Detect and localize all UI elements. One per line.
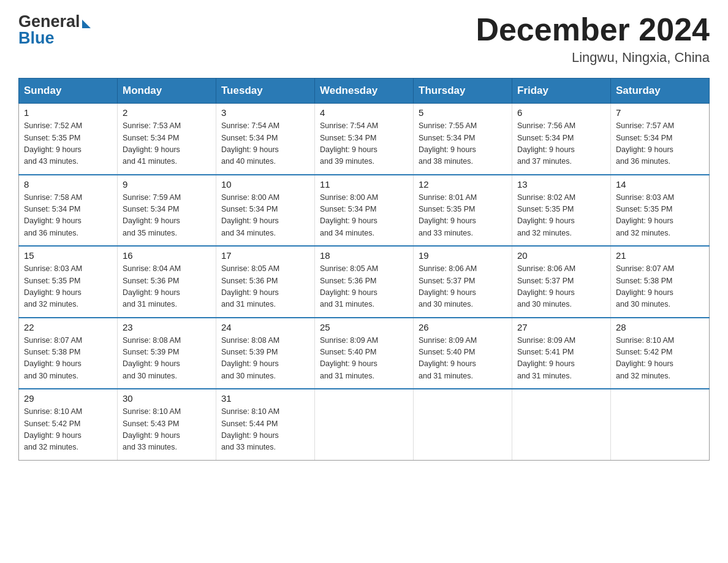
calendar-cell: 13 Sunrise: 8:02 AM Sunset: 5:35 PM Dayl… — [512, 175, 611, 247]
calendar-cell — [414, 389, 512, 460]
day-info: Sunrise: 7:54 AM Sunset: 5:34 PM Dayligh… — [320, 120, 408, 168]
day-number: 16 — [123, 250, 211, 261]
calendar-cell: 6 Sunrise: 7:56 AM Sunset: 5:34 PM Dayli… — [512, 104, 611, 175]
col-header-thursday: Thursday — [414, 79, 512, 104]
day-info: Sunrise: 8:00 AM Sunset: 5:34 PM Dayligh… — [221, 192, 309, 240]
calendar-cell: 17 Sunrise: 8:05 AM Sunset: 5:36 PM Dayl… — [216, 246, 315, 318]
calendar-cell: 24 Sunrise: 8:08 AM Sunset: 5:39 PM Dayl… — [216, 318, 315, 389]
day-number: 9 — [123, 179, 211, 190]
day-info: Sunrise: 8:06 AM Sunset: 5:37 PM Dayligh… — [517, 263, 605, 311]
day-info: Sunrise: 7:56 AM Sunset: 5:34 PM Dayligh… — [517, 120, 605, 168]
title-block: December 2024 Lingwu, Ningxia, China — [476, 12, 710, 66]
day-info: Sunrise: 8:10 AM Sunset: 5:43 PM Dayligh… — [123, 406, 211, 454]
calendar-cell: 15 Sunrise: 8:03 AM Sunset: 5:35 PM Dayl… — [19, 246, 118, 318]
day-number: 21 — [616, 250, 704, 261]
calendar-cell: 9 Sunrise: 7:59 AM Sunset: 5:34 PM Dayli… — [118, 175, 216, 247]
day-info: Sunrise: 7:57 AM Sunset: 5:34 PM Dayligh… — [616, 120, 704, 168]
day-number: 7 — [616, 107, 704, 118]
calendar-table: SundayMondayTuesdayWednesdayThursdayFrid… — [18, 78, 710, 461]
day-number: 12 — [419, 179, 507, 190]
calendar-cell — [315, 389, 414, 460]
day-number: 31 — [221, 393, 309, 404]
day-info: Sunrise: 8:09 AM Sunset: 5:41 PM Dayligh… — [517, 335, 605, 383]
day-number: 20 — [517, 250, 605, 261]
calendar-cell: 27 Sunrise: 8:09 AM Sunset: 5:41 PM Dayl… — [512, 318, 611, 389]
day-number: 14 — [616, 179, 704, 190]
day-number: 23 — [123, 322, 211, 332]
calendar-cell: 20 Sunrise: 8:06 AM Sunset: 5:37 PM Dayl… — [512, 246, 611, 318]
day-info: Sunrise: 7:55 AM Sunset: 5:34 PM Dayligh… — [419, 120, 507, 168]
col-header-sunday: Sunday — [19, 79, 118, 104]
day-number: 4 — [320, 107, 408, 118]
day-info: Sunrise: 8:07 AM Sunset: 5:38 PM Dayligh… — [616, 263, 704, 311]
calendar-week-row: 22 Sunrise: 8:07 AM Sunset: 5:38 PM Dayl… — [19, 318, 710, 389]
day-info: Sunrise: 8:05 AM Sunset: 5:36 PM Dayligh… — [320, 263, 408, 311]
day-number: 25 — [320, 322, 408, 332]
calendar-cell: 7 Sunrise: 7:57 AM Sunset: 5:34 PM Dayli… — [611, 104, 710, 175]
calendar-week-row: 1 Sunrise: 7:52 AM Sunset: 5:35 PM Dayli… — [19, 104, 710, 175]
logo-triangle-icon — [82, 20, 91, 28]
calendar-cell: 14 Sunrise: 8:03 AM Sunset: 5:35 PM Dayl… — [611, 175, 710, 247]
day-info: Sunrise: 8:04 AM Sunset: 5:36 PM Dayligh… — [123, 263, 211, 311]
day-info: Sunrise: 8:10 AM Sunset: 5:42 PM Dayligh… — [616, 335, 704, 383]
day-info: Sunrise: 8:02 AM Sunset: 5:35 PM Dayligh… — [517, 192, 605, 240]
calendar-cell: 2 Sunrise: 7:53 AM Sunset: 5:34 PM Dayli… — [118, 104, 216, 175]
calendar-cell: 19 Sunrise: 8:06 AM Sunset: 5:37 PM Dayl… — [414, 246, 512, 318]
day-info: Sunrise: 8:00 AM Sunset: 5:34 PM Dayligh… — [320, 192, 408, 240]
day-number: 26 — [419, 322, 507, 332]
col-header-monday: Monday — [118, 79, 216, 104]
day-number: 5 — [419, 107, 507, 118]
day-info: Sunrise: 8:03 AM Sunset: 5:35 PM Dayligh… — [24, 263, 112, 311]
day-number: 19 — [419, 250, 507, 261]
day-info: Sunrise: 7:54 AM Sunset: 5:34 PM Dayligh… — [221, 120, 309, 168]
day-number: 27 — [517, 322, 605, 332]
calendar-cell: 29 Sunrise: 8:10 AM Sunset: 5:42 PM Dayl… — [19, 389, 118, 460]
day-info: Sunrise: 7:53 AM Sunset: 5:34 PM Dayligh… — [123, 120, 211, 168]
day-number: 29 — [24, 393, 112, 404]
calendar-cell: 5 Sunrise: 7:55 AM Sunset: 5:34 PM Dayli… — [414, 104, 512, 175]
day-number: 10 — [221, 179, 309, 190]
page-header: General Blue December 2024 Lingwu, Ningx… — [18, 12, 710, 66]
location-title: Lingwu, Ningxia, China — [476, 50, 710, 66]
calendar-cell: 1 Sunrise: 7:52 AM Sunset: 5:35 PM Dayli… — [19, 104, 118, 175]
calendar-cell: 10 Sunrise: 8:00 AM Sunset: 5:34 PM Dayl… — [216, 175, 315, 247]
day-number: 3 — [221, 107, 309, 118]
day-number: 2 — [123, 107, 211, 118]
day-number: 22 — [24, 322, 112, 332]
day-info: Sunrise: 8:09 AM Sunset: 5:40 PM Dayligh… — [320, 335, 408, 383]
calendar-cell: 26 Sunrise: 8:09 AM Sunset: 5:40 PM Dayl… — [414, 318, 512, 389]
day-number: 1 — [24, 107, 112, 118]
day-info: Sunrise: 8:03 AM Sunset: 5:35 PM Dayligh… — [616, 192, 704, 240]
day-number: 8 — [24, 179, 112, 190]
day-number: 13 — [517, 179, 605, 190]
calendar-cell: 12 Sunrise: 8:01 AM Sunset: 5:35 PM Dayl… — [414, 175, 512, 247]
day-number: 6 — [517, 107, 605, 118]
calendar-cell: 28 Sunrise: 8:10 AM Sunset: 5:42 PM Dayl… — [611, 318, 710, 389]
calendar-cell: 11 Sunrise: 8:00 AM Sunset: 5:34 PM Dayl… — [315, 175, 414, 247]
day-number: 15 — [24, 250, 112, 261]
day-info: Sunrise: 8:10 AM Sunset: 5:42 PM Dayligh… — [24, 406, 112, 454]
col-header-tuesday: Tuesday — [216, 79, 315, 104]
calendar-week-row: 15 Sunrise: 8:03 AM Sunset: 5:35 PM Dayl… — [19, 246, 710, 318]
calendar-cell: 22 Sunrise: 8:07 AM Sunset: 5:38 PM Dayl… — [19, 318, 118, 389]
day-info: Sunrise: 8:05 AM Sunset: 5:36 PM Dayligh… — [221, 263, 309, 311]
calendar-cell — [611, 389, 710, 460]
day-number: 24 — [221, 322, 309, 332]
calendar-cell: 25 Sunrise: 8:09 AM Sunset: 5:40 PM Dayl… — [315, 318, 414, 389]
day-info: Sunrise: 8:08 AM Sunset: 5:39 PM Dayligh… — [123, 335, 211, 383]
day-number: 17 — [221, 250, 309, 261]
calendar-cell: 3 Sunrise: 7:54 AM Sunset: 5:34 PM Dayli… — [216, 104, 315, 175]
calendar-week-row: 8 Sunrise: 7:58 AM Sunset: 5:34 PM Dayli… — [19, 175, 710, 247]
col-header-saturday: Saturday — [611, 79, 710, 104]
calendar-cell: 31 Sunrise: 8:10 AM Sunset: 5:44 PM Dayl… — [216, 389, 315, 460]
day-number: 30 — [123, 393, 211, 404]
logo: General Blue — [18, 12, 91, 48]
col-header-friday: Friday — [512, 79, 611, 104]
col-header-wednesday: Wednesday — [315, 79, 414, 104]
calendar-header-row: SundayMondayTuesdayWednesdayThursdayFrid… — [19, 79, 710, 104]
calendar-cell: 8 Sunrise: 7:58 AM Sunset: 5:34 PM Dayli… — [19, 175, 118, 247]
calendar-week-row: 29 Sunrise: 8:10 AM Sunset: 5:42 PM Dayl… — [19, 389, 710, 460]
day-number: 11 — [320, 179, 408, 190]
day-info: Sunrise: 8:01 AM Sunset: 5:35 PM Dayligh… — [419, 192, 507, 240]
day-info: Sunrise: 8:06 AM Sunset: 5:37 PM Dayligh… — [419, 263, 507, 311]
